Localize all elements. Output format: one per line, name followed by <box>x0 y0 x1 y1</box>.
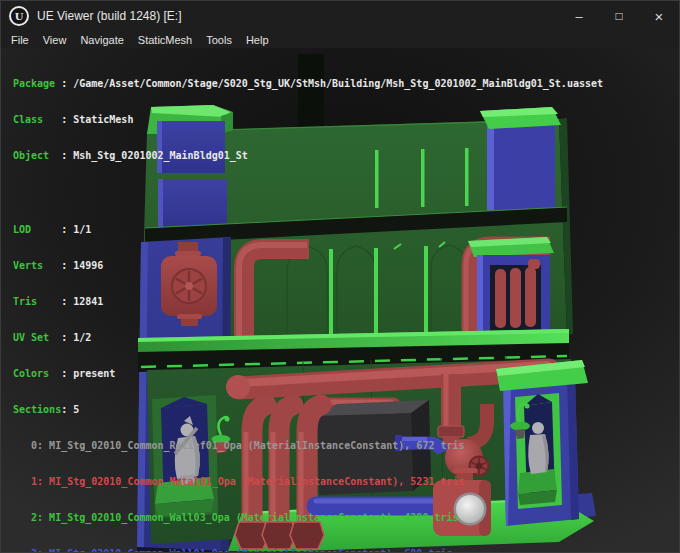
app-window: U UE Viewer (build 1248) [E:] – □ × File… <box>0 0 680 553</box>
spacer <box>13 186 603 200</box>
section-line: 3: MI_Stg_02010_Common_Wall01_Opa (Mater… <box>13 548 603 552</box>
title-bar[interactable]: U UE Viewer (build 1248) [E:] – □ × <box>1 1 679 31</box>
info-line: Object: Msh_Stg_0201002_MainBldg01_St <box>13 150 603 162</box>
maximize-button[interactable]: □ <box>599 1 639 31</box>
viewport-3d[interactable]: Package: /Game/Asset/Common/Stage/S020_S… <box>1 48 679 552</box>
info-line: Package: /Game/Asset/Common/Stage/S020_S… <box>13 78 603 90</box>
stat-line: Sections: 5 <box>13 404 603 416</box>
menu-tools[interactable]: Tools <box>199 33 239 47</box>
section-line: 1: MI_Stg_02010_Common_Metal01_Opa (Mate… <box>13 476 603 488</box>
stat-line: LOD: 1/1 <box>13 224 603 236</box>
menu-file[interactable]: File <box>4 33 36 47</box>
window-controls: – □ × <box>559 1 679 31</box>
info-line: Class: StaticMesh <box>13 114 603 126</box>
menu-view[interactable]: View <box>36 33 74 47</box>
minimize-button[interactable]: – <box>559 1 599 31</box>
mesh-info-overlay: Package: /Game/Asset/Common/Stage/S020_S… <box>13 54 603 552</box>
stat-line: Tris: 12841 <box>13 296 603 308</box>
app-icon: U <box>9 6 29 26</box>
stat-line: UV Set: 1/2 <box>13 332 603 344</box>
stat-line: Colors: present <box>13 368 603 380</box>
section-line: 2: MI_Stg_02010_Common_Wall03_Opa (Mater… <box>13 512 603 524</box>
menu-bar: File View Navigate StaticMesh Tools Help <box>1 31 679 48</box>
menu-navigate[interactable]: Navigate <box>73 33 130 47</box>
stat-line: Verts: 14996 <box>13 260 603 272</box>
close-button[interactable]: × <box>639 1 679 31</box>
section-line: 0: MI_Stg_02010_Common_Relief01_Opa (Mat… <box>13 440 603 452</box>
menu-help[interactable]: Help <box>239 33 276 47</box>
window-title: UE Viewer (build 1248) [E:] <box>37 9 182 23</box>
menu-staticmesh[interactable]: StaticMesh <box>131 33 199 47</box>
